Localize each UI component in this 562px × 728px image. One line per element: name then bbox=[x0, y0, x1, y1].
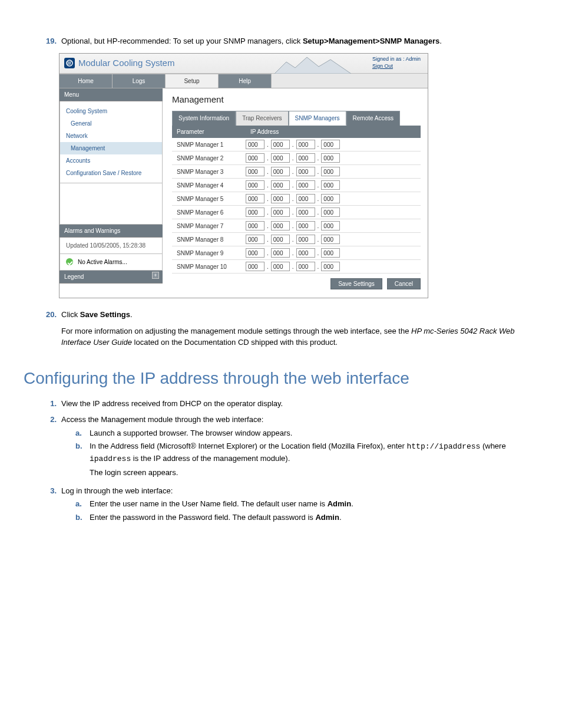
dot-separator: . bbox=[318, 262, 319, 271]
text: Enter the user name in the User Name fie… bbox=[90, 499, 328, 508]
subtab-snmp[interactable]: SNMP Managers bbox=[289, 111, 346, 126]
ip-octet-input[interactable] bbox=[321, 207, 340, 217]
ip-octet-input[interactable] bbox=[271, 167, 290, 176]
text: . bbox=[439, 37, 442, 45]
text: The login screen appears. bbox=[90, 467, 521, 479]
table-row: SNMP Manager 2... bbox=[172, 151, 421, 165]
row-label: SNMP Manager 7 bbox=[172, 222, 246, 230]
tab-logs[interactable]: Logs bbox=[113, 74, 166, 88]
ip-octet-input[interactable] bbox=[296, 153, 315, 163]
ip-octet-input[interactable] bbox=[246, 235, 265, 244]
sublist-num: b. bbox=[75, 440, 90, 479]
ip-octet-input[interactable] bbox=[321, 180, 340, 190]
ip-octet-input[interactable] bbox=[271, 248, 290, 258]
step-19: 19. Optional, but HP-recommended: To set… bbox=[41, 35, 521, 47]
app-body: Menu Cooling System General Network Mana… bbox=[59, 88, 428, 298]
ip-octet-input[interactable] bbox=[321, 140, 340, 149]
dot-separator: . bbox=[267, 262, 269, 271]
table-row: SNMP Manager 3... bbox=[172, 165, 421, 179]
bold: Admin bbox=[328, 499, 351, 508]
signout-link[interactable]: Sign Out bbox=[372, 63, 393, 69]
dot-separator: . bbox=[292, 249, 294, 258]
row-label: SNMP Manager 5 bbox=[172, 195, 246, 203]
save-button[interactable]: Save Settings bbox=[330, 278, 382, 289]
ip-octet-input[interactable] bbox=[321, 194, 340, 203]
ip-cells: ... bbox=[246, 248, 340, 258]
list-item-2: 2. Access the Management module through … bbox=[41, 414, 521, 480]
ip-cells: ... bbox=[246, 262, 340, 271]
ip-octet-input[interactable] bbox=[246, 180, 265, 190]
expand-icon[interactable]: + bbox=[152, 272, 159, 279]
subtab-trap[interactable]: Trap Receivers bbox=[236, 111, 288, 126]
sidebar-item-management[interactable]: Management bbox=[60, 142, 162, 154]
ip-octet-input[interactable] bbox=[296, 140, 315, 149]
page-title: Management bbox=[172, 93, 421, 107]
ip-octet-input[interactable] bbox=[246, 140, 265, 149]
ip-cells: ... bbox=[246, 194, 340, 203]
ip-octet-input[interactable] bbox=[296, 235, 315, 244]
ip-octet-input[interactable] bbox=[271, 140, 290, 149]
row-label: SNMP Manager 6 bbox=[172, 208, 246, 217]
ip-octet-input[interactable] bbox=[296, 248, 315, 258]
ip-octet-input[interactable] bbox=[246, 167, 265, 176]
dot-separator: . bbox=[292, 195, 294, 203]
sublist-3b: b. Enter the password in the Password fi… bbox=[75, 512, 521, 523]
dot-separator: . bbox=[318, 167, 319, 176]
ip-octet-input[interactable] bbox=[246, 262, 265, 271]
ip-octet-input[interactable] bbox=[246, 194, 265, 203]
col-ip: IP Address bbox=[246, 126, 421, 138]
alarms-header: Alarms and Warnings bbox=[59, 225, 163, 238]
ip-octet-input[interactable] bbox=[321, 221, 340, 230]
sidebar-item-config[interactable]: Configuration Save / Restore bbox=[60, 167, 162, 179]
text: is the IP address of the management modu… bbox=[131, 454, 290, 463]
ip-octet-input[interactable] bbox=[321, 235, 340, 244]
sublist-2b: b. In the Address field (Microsoft® Inte… bbox=[75, 440, 521, 479]
ip-octet-input[interactable] bbox=[271, 221, 290, 230]
sidebar-item-general[interactable]: General bbox=[60, 117, 162, 130]
row-label: SNMP Manager 10 bbox=[172, 262, 246, 271]
sidebar-item-network[interactable]: Network bbox=[60, 130, 162, 142]
sublist-text: Enter the user name in the User Name fie… bbox=[90, 498, 353, 510]
list-text: Log in through the web interface: a. Ent… bbox=[61, 485, 521, 525]
signin-label: Signed in as : Admin bbox=[372, 56, 421, 63]
ip-octet-input[interactable] bbox=[271, 262, 290, 271]
subtab-sysinfo[interactable]: System Information bbox=[172, 111, 236, 126]
row-label: SNMP Manager 3 bbox=[172, 167, 246, 176]
app-title: Modular Cooling System bbox=[78, 57, 174, 70]
ip-octet-input[interactable] bbox=[296, 180, 315, 190]
ip-octet-input[interactable] bbox=[321, 248, 340, 258]
ip-octet-input[interactable] bbox=[271, 207, 290, 217]
ip-octet-input[interactable] bbox=[296, 167, 315, 176]
ip-octet-input[interactable] bbox=[321, 262, 340, 271]
col-param: Parameter bbox=[172, 126, 246, 138]
subtab-remote[interactable]: Remote Access bbox=[346, 111, 400, 126]
dot-separator: . bbox=[318, 208, 319, 217]
table-row: SNMP Manager 5... bbox=[172, 192, 421, 206]
ip-octet-input[interactable] bbox=[246, 221, 265, 230]
ip-octet-input[interactable] bbox=[321, 153, 340, 163]
text: Optional, but HP-recommended: To set up … bbox=[61, 37, 303, 45]
text: . bbox=[339, 513, 342, 522]
tab-help[interactable]: Help bbox=[219, 74, 272, 88]
ip-octet-input[interactable] bbox=[271, 180, 290, 190]
ip-cells: ... bbox=[246, 180, 340, 190]
ip-octet-input[interactable] bbox=[271, 235, 290, 244]
ip-octet-input[interactable] bbox=[246, 207, 265, 217]
ip-octet-input[interactable] bbox=[271, 153, 290, 163]
subtabs: System Information Trap Receivers SNMP M… bbox=[172, 111, 421, 126]
ip-octet-input[interactable] bbox=[296, 194, 315, 203]
table-row: SNMP Manager 9... bbox=[172, 246, 421, 260]
sidebar-item-cooling[interactable]: Cooling System bbox=[60, 105, 162, 117]
ip-octet-input[interactable] bbox=[296, 262, 315, 271]
ip-octet-input[interactable] bbox=[246, 248, 265, 258]
cancel-button[interactable]: Cancel bbox=[387, 278, 421, 289]
dot-separator: . bbox=[292, 167, 294, 176]
sidebar-item-accounts[interactable]: Accounts bbox=[60, 154, 162, 167]
ip-octet-input[interactable] bbox=[296, 221, 315, 230]
tab-home[interactable]: Home bbox=[59, 74, 113, 88]
tab-setup[interactable]: Setup bbox=[166, 74, 219, 88]
ip-octet-input[interactable] bbox=[271, 194, 290, 203]
ip-octet-input[interactable] bbox=[321, 167, 340, 176]
ip-octet-input[interactable] bbox=[296, 207, 315, 217]
ip-octet-input[interactable] bbox=[246, 153, 265, 163]
